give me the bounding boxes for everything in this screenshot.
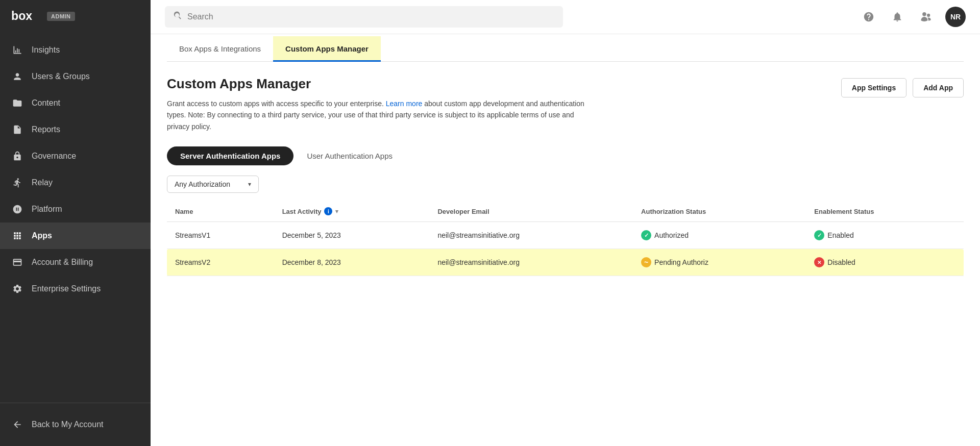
cell-developer-email: neil@streamsinitiative.org bbox=[429, 249, 633, 276]
last-activity-info-icon[interactable]: i bbox=[324, 207, 332, 215]
table-body: StreamsV1 December 5, 2023 neil@streamsi… bbox=[167, 222, 964, 276]
users-icon bbox=[11, 70, 23, 83]
sidebar-item-account-billing[interactable]: Account & Billing bbox=[0, 249, 151, 276]
sidebar-item-label: Platform bbox=[32, 205, 62, 214]
last-activity-label: Last Activity bbox=[282, 208, 322, 215]
sidebar-item-enterprise-settings[interactable]: Enterprise Settings bbox=[0, 276, 151, 302]
governance-icon bbox=[11, 150, 23, 162]
table-header: Name Last Activity i ▾ Developer Email A… bbox=[167, 201, 964, 222]
auth-status-label: Authorized bbox=[654, 231, 689, 239]
admin-badge: ADMIN bbox=[47, 12, 75, 21]
sidebar-item-label: Apps bbox=[32, 231, 52, 240]
sidebar: box ADMIN Insights Users & Groups Conten… bbox=[0, 0, 151, 446]
server-auth-tab[interactable]: Server Authentication Apps bbox=[167, 146, 293, 165]
sidebar-item-label: Reports bbox=[32, 125, 60, 134]
tab-custom-apps[interactable]: Custom Apps Manager bbox=[273, 36, 381, 62]
app-settings-button[interactable]: App Settings bbox=[841, 78, 906, 97]
col-enablement-status: Enablement Status bbox=[806, 201, 964, 222]
sidebar-item-label: Governance bbox=[32, 152, 76, 161]
search-icon bbox=[173, 11, 182, 22]
table-row[interactable]: StreamsV1 December 5, 2023 neil@streamsi… bbox=[167, 222, 964, 249]
cell-developer-email: neil@streamsinitiative.org bbox=[429, 222, 633, 249]
sidebar-item-reports[interactable]: Reports bbox=[0, 116, 151, 143]
sidebar-item-insights[interactable]: Insights bbox=[0, 37, 151, 63]
sidebar-item-label: Enterprise Settings bbox=[32, 284, 101, 293]
filter-bar: Any Authorization ▾ bbox=[167, 176, 964, 193]
col-auth-status: Authorization Status bbox=[633, 201, 806, 222]
back-to-account-label: Back to My Account bbox=[32, 420, 104, 429]
cell-enablement-status: Enabled bbox=[806, 222, 964, 249]
cell-name: StreamsV1 bbox=[167, 222, 274, 249]
sidebar-bottom: Back to My Account bbox=[0, 403, 151, 446]
learn-more-link[interactable]: Learn more bbox=[386, 100, 423, 108]
help-button[interactable] bbox=[860, 8, 878, 26]
enabled-icon bbox=[814, 230, 824, 240]
enablement-status-label: Disabled bbox=[827, 258, 855, 266]
relay-icon bbox=[11, 177, 23, 189]
cell-auth-status: Pending Authoriz bbox=[633, 249, 806, 276]
page-title-section: Custom Apps Manager Grant access to cust… bbox=[167, 76, 591, 132]
enablement-status-label: Enabled bbox=[827, 231, 853, 239]
sidebar-item-label: Insights bbox=[32, 45, 60, 55]
bell-button[interactable] bbox=[917, 8, 935, 26]
bar-chart-icon bbox=[11, 44, 23, 56]
sidebar-item-apps[interactable]: Apps bbox=[0, 222, 151, 249]
sidebar-item-users-groups[interactable]: Users & Groups bbox=[0, 63, 151, 90]
billing-icon bbox=[11, 256, 23, 268]
avatar[interactable]: NR bbox=[945, 7, 966, 27]
sidebar-item-label: Account & Billing bbox=[32, 258, 93, 267]
col-name: Name bbox=[167, 201, 274, 222]
enablement-status-enabled: Enabled bbox=[814, 230, 955, 240]
sidebar-item-relay[interactable]: Relay bbox=[0, 169, 151, 196]
svg-text:box: box bbox=[11, 9, 32, 22]
apps-table: Name Last Activity i ▾ Developer Email A… bbox=[167, 201, 964, 276]
col-last-activity: Last Activity i ▾ bbox=[274, 201, 430, 222]
cell-name: StreamsV2 bbox=[167, 249, 274, 276]
back-to-account[interactable]: Back to My Account bbox=[0, 411, 151, 438]
cell-last-activity: December 8, 2023 bbox=[274, 249, 430, 276]
sidebar-logo: box ADMIN bbox=[0, 0, 151, 33]
auth-status-label: Pending Authoriz bbox=[654, 258, 708, 266]
back-icon bbox=[11, 418, 23, 431]
page-title: Custom Apps Manager bbox=[167, 76, 591, 92]
page-header: Custom Apps Manager Grant access to cust… bbox=[167, 76, 964, 132]
box-logo-icon: box bbox=[11, 9, 41, 23]
sidebar-item-label: Content bbox=[32, 98, 60, 108]
content-icon bbox=[11, 97, 23, 109]
disabled-icon bbox=[814, 257, 824, 267]
sidebar-item-label: Users & Groups bbox=[32, 72, 90, 81]
search-box[interactable] bbox=[165, 6, 563, 28]
page-desc-text: Grant access to custom apps with access … bbox=[167, 100, 386, 108]
enablement-status-disabled: Disabled bbox=[814, 257, 955, 267]
reports-icon bbox=[11, 123, 23, 136]
cell-last-activity: December 5, 2023 bbox=[274, 222, 430, 249]
auth-status-authorized: Authorized bbox=[641, 230, 798, 240]
sidebar-item-governance[interactable]: Governance bbox=[0, 143, 151, 169]
pending-icon bbox=[641, 257, 651, 267]
table-row[interactable]: StreamsV2 December 8, 2023 neil@streamsi… bbox=[167, 249, 964, 276]
cell-enablement-status: Disabled bbox=[806, 249, 964, 276]
tab-bar: Box Apps & Integrations Custom Apps Mana… bbox=[167, 34, 964, 62]
table-header-row: Name Last Activity i ▾ Developer Email A… bbox=[167, 201, 964, 222]
sort-icon[interactable]: ▾ bbox=[335, 208, 338, 215]
user-auth-tab[interactable]: User Authentication Apps bbox=[293, 146, 406, 165]
page-description: Grant access to custom apps with access … bbox=[167, 98, 591, 132]
authorization-filter[interactable]: Any Authorization ▾ bbox=[167, 176, 259, 193]
add-app-button[interactable]: Add App bbox=[913, 78, 964, 97]
filter-label: Any Authorization bbox=[175, 180, 230, 188]
notifications-button[interactable] bbox=[888, 8, 906, 26]
sidebar-item-label: Relay bbox=[32, 178, 53, 187]
sidebar-item-content[interactable]: Content bbox=[0, 90, 151, 116]
search-input[interactable] bbox=[187, 12, 555, 21]
sidebar-item-platform[interactable]: Platform bbox=[0, 196, 151, 222]
sidebar-nav: Insights Users & Groups Content Reports bbox=[0, 33, 151, 403]
apps-icon bbox=[11, 230, 23, 242]
top-bar-actions: NR bbox=[860, 7, 966, 27]
auth-tabs: Server Authentication Apps User Authenti… bbox=[167, 146, 964, 165]
cell-auth-status: Authorized bbox=[633, 222, 806, 249]
auth-status-pending: Pending Authoriz bbox=[641, 257, 798, 267]
settings-icon bbox=[11, 283, 23, 295]
top-bar: NR bbox=[151, 0, 980, 34]
platform-icon bbox=[11, 203, 23, 215]
tab-box-apps[interactable]: Box Apps & Integrations bbox=[167, 36, 273, 62]
